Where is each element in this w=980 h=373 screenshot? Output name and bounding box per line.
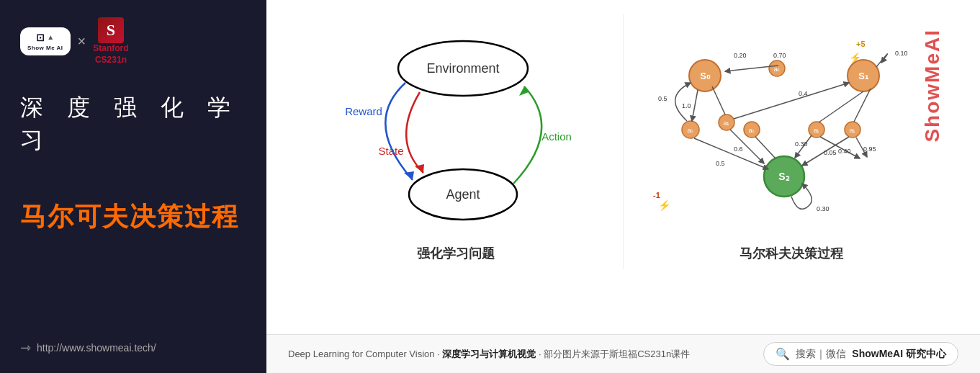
svg-text:0.5: 0.5 xyxy=(658,95,667,102)
svg-text:⚡: ⚡ xyxy=(849,52,862,64)
showmeai-brand-text: Show Me AI xyxy=(27,45,63,52)
cursor-icon: ⇾ xyxy=(20,340,31,356)
diagrams-row: Environment Agent Action Reward Sta xyxy=(288,14,958,373)
mdp-diagram-svg: S₀ S₁ S₂ a₀ a₀ a₀ a₁ xyxy=(647,25,935,234)
stanford-logo: S Stanford CS231n xyxy=(93,17,128,66)
showmeai-logo: ⊡ ▲ Show Me AI xyxy=(20,27,71,55)
rl-diagram-svg-area: Environment Agent Action Reward Sta xyxy=(302,22,608,238)
main-title: 深 度 强 化 学 习 xyxy=(20,91,246,156)
svg-text:S₁: S₁ xyxy=(858,71,869,81)
svg-text:0.30: 0.30 xyxy=(795,140,808,148)
svg-text:0.20: 0.20 xyxy=(734,52,747,59)
svg-line-28 xyxy=(692,90,698,121)
svg-text:1.0: 1.0 xyxy=(682,102,691,109)
svg-line-38 xyxy=(854,89,871,122)
search-brand: ShowMeAI 研究中心 xyxy=(852,348,946,361)
svg-text:0.10: 0.10 xyxy=(895,50,908,57)
bottom-text-bold: 深度学习与计算机视觉 xyxy=(442,349,536,359)
monitor-icon: ⊡ xyxy=(36,32,45,44)
bottom-text-prefix: Deep Learning for Computer Vision · xyxy=(288,349,442,359)
svg-text:0.05: 0.05 xyxy=(824,149,837,156)
search-label: 搜索｜微信 xyxy=(796,348,846,361)
content-area: Environment Agent Action Reward Sta xyxy=(266,0,980,373)
svg-text:0.95: 0.95 xyxy=(863,145,876,153)
svg-text:S₂: S₂ xyxy=(778,171,789,182)
rl-diagram-svg: Environment Agent Action Reward Sta xyxy=(319,29,593,230)
svg-text:Action: Action xyxy=(541,130,572,143)
svg-text:a₀: a₀ xyxy=(748,127,755,134)
website-row: ⇾ http://www.showmeai.tech/ xyxy=(20,340,156,356)
svg-text:S₀: S₀ xyxy=(700,71,711,81)
rl-diagram-section: Environment Agent Action Reward Sta xyxy=(288,14,624,269)
bottom-bar: Deep Learning for Computer Vision · 深度学习… xyxy=(266,334,980,373)
stanford-text: Stanford CS231n xyxy=(93,43,128,66)
svg-text:0.4: 0.4 xyxy=(799,90,808,97)
svg-text:-1: -1 xyxy=(653,191,660,199)
svg-text:Environment: Environment xyxy=(426,61,499,76)
svg-text:+5: +5 xyxy=(856,40,866,48)
svg-text:a₁: a₁ xyxy=(723,120,729,127)
svg-text:0.6: 0.6 xyxy=(734,145,743,153)
search-icon: 🔍 xyxy=(776,347,790,361)
svg-line-48 xyxy=(755,137,776,158)
svg-line-30 xyxy=(712,86,725,114)
mdp-diagram-svg-area: S₀ S₁ S₂ a₀ a₀ a₀ a₁ xyxy=(638,22,944,238)
stanford-s-letter: S xyxy=(98,17,124,43)
svg-text:0.40: 0.40 xyxy=(838,148,851,155)
svg-text:a₀: a₀ xyxy=(687,127,693,134)
times-symbol: × xyxy=(78,33,86,50)
logo-area: ⊡ ▲ Show Me AI × S Stanford CS231n xyxy=(20,17,246,66)
sidebar: ⊡ ▲ Show Me AI × S Stanford CS231n 深 度 强… xyxy=(0,0,266,373)
svg-line-39 xyxy=(819,91,863,122)
svg-text:State: State xyxy=(378,145,403,157)
mdp-diagram-section: ShowMeAI S₀ S₁ S₂ a₀ a₀ xyxy=(624,14,958,269)
svg-text:0.5: 0.5 xyxy=(716,160,725,167)
svg-text:0.30: 0.30 xyxy=(817,205,830,212)
subtitle: 马尔可夫决策过程 xyxy=(20,199,246,235)
svg-marker-4 xyxy=(519,86,529,96)
svg-text:Reward: Reward xyxy=(345,105,382,117)
bottom-text: Deep Learning for Computer Vision · 深度学习… xyxy=(288,348,690,361)
svg-text:0.70: 0.70 xyxy=(773,52,786,59)
svg-text:a₁: a₁ xyxy=(849,127,855,134)
bottom-text-suffix: · 部分图片来源于斯坦福CS231n课件 xyxy=(536,349,690,359)
rl-diagram-label: 强化学习问题 xyxy=(417,245,495,262)
svg-line-31 xyxy=(694,138,768,169)
arrow-icon: ▲ xyxy=(47,33,54,42)
svg-text:a₁: a₁ xyxy=(813,127,819,134)
svg-text:⚡: ⚡ xyxy=(658,199,671,212)
svg-marker-6 xyxy=(404,171,414,180)
svg-text:a₀: a₀ xyxy=(773,66,780,73)
website-url: http://www.showmeai.tech/ xyxy=(37,342,156,354)
svg-text:Agent: Agent xyxy=(446,187,480,202)
search-bar[interactable]: 🔍 搜索｜微信 ShowMeAI 研究中心 xyxy=(763,342,958,366)
mdp-diagram-label: 马尔科夫决策过程 xyxy=(740,245,843,262)
